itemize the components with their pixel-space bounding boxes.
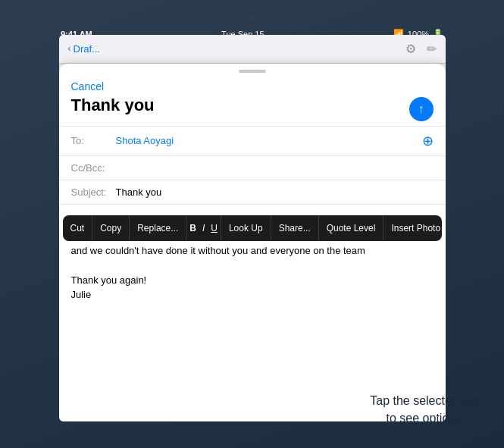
modal-header: Cancel Thank you ↑ [59, 76, 446, 127]
cut-button[interactable]: Cut [63, 215, 93, 241]
cc-bcc-label: Cc/Bcc: [71, 162, 113, 174]
look-up-button[interactable]: Look Up [221, 215, 271, 241]
share-button[interactable]: Share... [271, 215, 319, 241]
caption-line-1: Tap the selected text [370, 393, 481, 409]
ipad-frame: 9:41 AM Tue Sep 15 📶 100% 🔋 ‹ Draf... ⚙ … [0, 0, 504, 448]
email-title: Thank you [71, 96, 434, 115]
context-toolbar: Cut Copy Replace... B I U Look Up Share. [63, 215, 442, 241]
nav-bar: ‹ Draf... ⚙ ✏ [59, 35, 446, 64]
send-button[interactable]: ↑ [409, 97, 434, 121]
nav-icons-right: ⚙ ✏ [405, 42, 437, 56]
body-line-5: Julie [71, 287, 434, 302]
modal-handle [239, 70, 266, 73]
caption-area: Tap the selected text to see options. [370, 393, 481, 427]
copy-button[interactable]: Copy [92, 215, 130, 241]
to-value[interactable]: Shota Aoyagi [116, 135, 174, 146]
cc-bcc-field: Cc/Bcc: [59, 156, 446, 180]
body-line-4: Thank you again! [71, 273, 434, 288]
settings-icon[interactable]: ⚙ [405, 42, 416, 56]
biu-group: B I U [186, 215, 221, 241]
subject-value[interactable]: Thank you [116, 186, 162, 198]
body-line-2: and we couldn't have done it without you… [71, 243, 434, 258]
to-label: To: [71, 135, 113, 146]
nav-back-button[interactable]: ‹ Draf... [68, 43, 100, 55]
add-recipient-button[interactable]: ⊕ [422, 133, 434, 149]
subject-label: Subject: [71, 186, 113, 198]
italic-button[interactable]: I [199, 215, 208, 241]
to-field: To: Shota Aoyagi ⊕ [59, 127, 446, 156]
insert-photo-video-button[interactable]: Insert Photo or Video [383, 215, 441, 241]
bold-button[interactable]: B [186, 215, 199, 241]
subject-field: Subject: Thank you [59, 180, 446, 205]
screen: ‹ Draf... ⚙ ✏ Cancel Thank you ↑ To [59, 35, 446, 421]
quote-level-button[interactable]: Quote Level [319, 215, 384, 241]
underline-button[interactable]: U [208, 215, 221, 241]
caption-line-2: to see options. [370, 410, 481, 427]
cancel-button[interactable]: Cancel [71, 80, 434, 92]
replace-button[interactable]: Replace... [130, 215, 186, 241]
modal-sheet: Cancel Thank you ↑ To: Shota Aoyagi ⊕ Cc… [59, 64, 446, 421]
send-icon: ↑ [418, 102, 424, 116]
camera-dot [249, 15, 255, 21]
nav-back-label: Draf... [74, 43, 100, 55]
back-chevron-icon: ‹ [68, 43, 71, 54]
compose-icon[interactable]: ✏ [427, 42, 437, 56]
